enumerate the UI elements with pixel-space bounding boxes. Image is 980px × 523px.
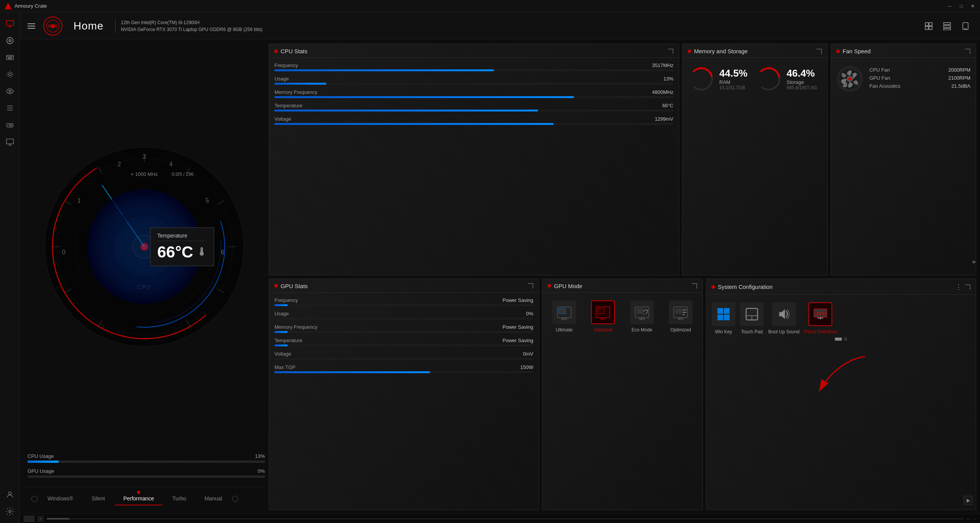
sidebar-item-keyboard[interactable] <box>2 50 18 65</box>
tab-turbo[interactable]: Turbo <box>164 492 194 505</box>
svg-rect-29 <box>925 26 928 30</box>
hamburger-menu[interactable] <box>28 23 35 29</box>
title-diamond-icon-fan <box>836 49 840 53</box>
svg-rect-16 <box>7 123 13 127</box>
tab-windows[interactable]: Windows® <box>39 492 82 505</box>
sys-config-menu[interactable]: ⋮ <box>955 283 962 291</box>
maximize-button[interactable]: □ <box>959 3 964 9</box>
sys-config-pagination <box>712 338 970 342</box>
pagination-dot-2 <box>844 338 847 341</box>
svg-rect-28 <box>929 23 932 26</box>
gpu-mode-eco[interactable]: GPU Eco Mode <box>630 300 654 333</box>
ram-gauge: 44.5% RAM 14.1/31.7GB <box>688 66 748 92</box>
page-title: Home <box>74 20 104 32</box>
standard-icon: GPU <box>591 300 615 324</box>
cpu-freq-bar <box>274 69 673 71</box>
gpu-modes-list: GPU Ultimate GPU Standard <box>548 297 697 336</box>
temperature-overlay: Temperature 66°C 🌡 <box>150 227 214 266</box>
gpu-mode-standard[interactable]: GPU Standard <box>591 300 615 333</box>
fan-speed-expand[interactable] <box>965 49 970 54</box>
panels-bottom-row: GPU Stats Frequency Power Saving <box>269 279 976 510</box>
close-button[interactable]: ✕ <box>970 3 975 9</box>
svg-text:3: 3 <box>143 153 146 160</box>
sidebar-item-aura[interactable] <box>2 67 18 82</box>
gpu-temp-bar <box>274 344 533 346</box>
system-info: 12th Gen Intel(R) Core(TM) i9-12900H NVI… <box>115 19 263 33</box>
gpu-voltage-bar <box>274 358 533 360</box>
sys-config-title: System Configuration <box>712 284 773 290</box>
sidebar-item-gamepad[interactable] <box>2 117 18 133</box>
cpu-mem-freq-row: Memory Frequency 4800MHz <box>274 89 673 98</box>
gpu-mode-optimized[interactable]: GPU Optimized <box>669 300 693 333</box>
sys-item-panel-overdrive[interactable]: 3MS Panel Overdrive <box>804 302 837 334</box>
tab-performance[interactable]: Performance <box>115 492 162 505</box>
storage-info: 46.4% Storage 885.8/1907.6G <box>787 67 817 90</box>
gpu-tgp-row: Max TGP 150W <box>274 364 533 373</box>
sys-item-winkey[interactable]: Win Key <box>712 302 735 334</box>
gpu-usage-stat-bar <box>274 318 533 320</box>
gpu-mode-ultimate[interactable]: GPU Ultimate <box>552 300 576 333</box>
plus-icon[interactable]: + <box>38 516 44 522</box>
scrollbar-thumb <box>47 518 70 520</box>
temp-label: Temperature <box>157 232 207 241</box>
content-area: 0 1 2 3 4 5 6 × 1000 MHz CPU <box>20 40 980 514</box>
left-panel: 0 1 2 3 4 5 6 × 1000 MHz CPU <box>24 44 265 510</box>
gpu-stats-title: GPU Stats <box>274 283 308 289</box>
cpu-bar-dots <box>28 461 265 463</box>
memory-storage-body: 44.5% RAM 14.1/31.7GB <box>683 58 827 100</box>
sys-item-touchpad[interactable]: Touch Pad <box>740 302 764 334</box>
gpu-frequency-row: Frequency Power Saving <box>274 297 533 306</box>
sidebar-item-home[interactable] <box>2 16 18 31</box>
svg-point-22 <box>9 510 11 513</box>
gpu-mode-title: GPU Mode <box>548 283 582 289</box>
temp-number: 66°C <box>157 243 193 261</box>
tab-radio-left[interactable] <box>31 496 38 502</box>
touchpad-icon <box>740 302 764 326</box>
sys-item-bootsound[interactable]: Boot Up Sound <box>768 302 799 334</box>
gpu-stats-expand[interactable] <box>528 283 533 289</box>
svg-point-21 <box>8 492 11 495</box>
title-diamond-icon-mem <box>687 49 691 53</box>
minus-icon[interactable]: − <box>974 516 976 521</box>
sys-config-next[interactable]: ▶ <box>964 496 973 505</box>
fan-icon <box>836 66 863 92</box>
eco-icon: GPU <box>630 300 654 324</box>
device-icon-button[interactable] <box>959 19 972 33</box>
svg-rect-27 <box>925 23 928 26</box>
sidebar-item-gamevisual[interactable] <box>2 84 18 99</box>
cpu-gauge: 0 1 2 3 4 5 6 × 1000 MHz CPU <box>33 136 255 358</box>
cpu-stats-expand[interactable] <box>668 49 673 54</box>
sys-config-expand[interactable] <box>965 284 970 290</box>
gpu-mode-panel: GPU Mode GPU Ultima <box>542 279 703 510</box>
tab-manual[interactable]: Manual <box>196 492 230 505</box>
panel-overdrive-icon: 3MS <box>808 302 832 326</box>
svg-rect-91 <box>675 308 682 314</box>
tab-silent[interactable]: Silent <box>83 492 113 505</box>
sidebar-item-monitor[interactable] <box>2 134 18 149</box>
sidebar-item-tools[interactable] <box>2 100 18 116</box>
sidebar-item-settings[interactable] <box>2 504 18 519</box>
memory-storage-expand[interactable] <box>817 49 822 54</box>
system-config-panel: System Configuration ⋮ <box>706 279 976 510</box>
cpu-usage-stat-bar <box>274 83 673 85</box>
layout-list-button[interactable] <box>940 19 954 33</box>
horizontal-scrollbar[interactable] <box>47 518 964 520</box>
fan-stats: CPU Fan 2000RPM GPU Fan 2100RPM Fan Acou… <box>869 67 970 91</box>
sidebar-item-user[interactable] <box>2 487 18 502</box>
layout-grid-button[interactable] <box>922 19 936 33</box>
svg-text:GPU: GPU <box>600 318 606 320</box>
sidebar-item-circle[interactable] <box>2 33 18 48</box>
cpu-stats-title: CPU Stats <box>274 48 307 54</box>
minimize-button[interactable]: ─ <box>947 3 952 9</box>
app-logo <box>5 3 11 10</box>
tab-radio-right[interactable] <box>232 496 238 502</box>
rog-logo-icon: ROG <box>43 16 63 36</box>
performance-active-dot <box>137 491 140 494</box>
svg-rect-33 <box>944 29 951 30</box>
cpu-usage-value: 13% <box>255 453 265 459</box>
right-panels: CPU Stats Frequency 3517MHz <box>269 44 976 510</box>
svg-text:3MS: 3MS <box>816 311 825 316</box>
svg-text:GPU: GPU <box>639 318 645 320</box>
gpu-mode-expand[interactable] <box>692 283 697 289</box>
bottom-tabs: Windows® Silent Performance Turbo Manual <box>24 487 265 510</box>
